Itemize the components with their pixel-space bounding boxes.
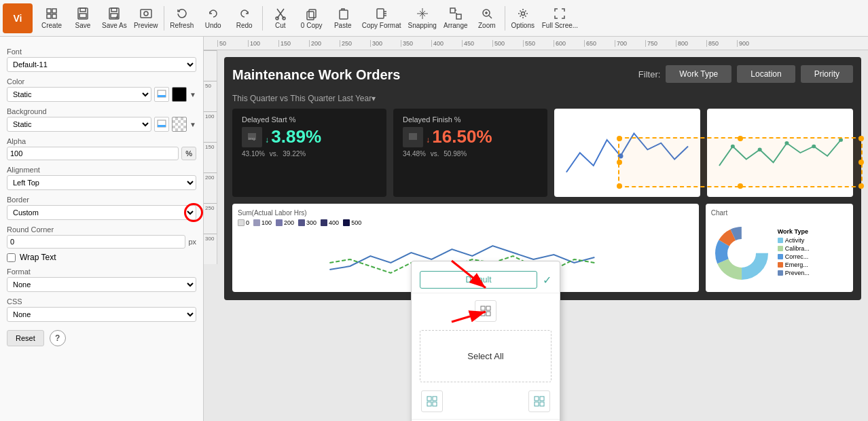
svg-rect-5 bbox=[80, 8, 86, 12]
canvas-content[interactable]: ✛ Maintenance Work Orders Filter: Work T… bbox=[217, 50, 868, 421]
create-button[interactable]: Create bbox=[37, 3, 67, 33]
background-type-select[interactable]: Static bbox=[7, 117, 151, 132]
grid-icon-1[interactable] bbox=[475, 300, 496, 322]
dropdown-header: Default ✓ bbox=[412, 267, 560, 293]
color-swatch[interactable] bbox=[172, 87, 187, 102]
svg-rect-0 bbox=[47, 9, 51, 13]
arrange-button[interactable]: Arrange bbox=[441, 3, 471, 33]
bg-swatch[interactable] bbox=[172, 117, 187, 132]
ruler-left: 50 100 150 200 250 300 bbox=[204, 50, 217, 264]
color-label: Color bbox=[7, 77, 196, 86]
toolbar-divider3 bbox=[505, 6, 505, 31]
svg-rect-17 bbox=[340, 10, 348, 19]
svg-rect-26 bbox=[158, 125, 166, 127]
redo-button[interactable]: Redo bbox=[230, 3, 259, 33]
format-select[interactable]: None bbox=[7, 277, 196, 292]
color-picker-icon[interactable] bbox=[154, 87, 169, 102]
metric-card-1: Delayed Start % img ↓ 3.89% 43.10% bbox=[232, 109, 386, 197]
copy-format-button[interactable]: Copy Format bbox=[359, 3, 404, 33]
ruler-top: 50 100 150 200 250 300 350 400 450 500 5… bbox=[204, 37, 868, 50]
svg-point-41 bbox=[728, 240, 755, 267]
filter-location-btn[interactable]: Location bbox=[737, 65, 795, 83]
save-as-button[interactable]: A Save As bbox=[99, 3, 130, 33]
work-type-label: Work Type bbox=[778, 228, 810, 235]
alignment-row: Left Top bbox=[7, 175, 196, 190]
border-dropdown: Default ✓ Select All bbox=[411, 261, 560, 421]
round-corner-row: px bbox=[7, 235, 196, 249]
metric-value-2: 16.50% bbox=[432, 126, 492, 147]
grid-icon-3[interactable] bbox=[528, 390, 550, 412]
alpha-row: % bbox=[7, 147, 196, 160]
svg-rect-11 bbox=[141, 10, 151, 18]
svg-point-31 bbox=[731, 145, 735, 149]
dropdown-grid-section-top bbox=[412, 296, 560, 326]
round-corner-input[interactable] bbox=[7, 235, 185, 249]
font-label: Font bbox=[7, 48, 196, 56]
bg-picker-icon[interactable] bbox=[154, 117, 169, 132]
svg-rect-43 bbox=[486, 306, 490, 310]
format-row: None bbox=[7, 277, 196, 292]
metric-title-2: Delayed Finish % bbox=[403, 115, 538, 124]
main-area: Font Default-11 Color Static ▼ Backgroun… bbox=[0, 37, 868, 421]
preview-button[interactable]: Preview bbox=[131, 3, 161, 33]
metric-card-2: Delayed Finish % ↓ 16.50% 34.48% bbox=[393, 109, 547, 197]
svg-point-22 bbox=[521, 12, 524, 16]
svg-rect-44 bbox=[481, 312, 485, 316]
help-button[interactable]: ? bbox=[50, 330, 66, 346]
alignment-select[interactable]: Left Top bbox=[7, 175, 196, 190]
undo-button[interactable]: Undo bbox=[198, 3, 228, 33]
donut-svg bbox=[711, 223, 772, 284]
css-select[interactable]: None bbox=[7, 307, 196, 322]
refresh-button[interactable]: Refresh bbox=[167, 3, 197, 33]
alpha-label: Alpha bbox=[7, 137, 196, 145]
font-select[interactable]: Default-11 bbox=[7, 57, 196, 72]
svg-rect-53 bbox=[540, 402, 544, 406]
svg-rect-42 bbox=[481, 306, 485, 310]
metric-trend-1: ↓ bbox=[265, 135, 269, 145]
sum-chart-title: Sum(Actual Labor Hrs) bbox=[238, 209, 693, 217]
svg-rect-29 bbox=[409, 133, 417, 140]
svg-rect-16 bbox=[307, 12, 314, 20]
wrap-text-checkbox[interactable] bbox=[7, 253, 16, 262]
svg-rect-20 bbox=[456, 14, 461, 19]
css-label: CSS bbox=[7, 297, 196, 306]
canvas-area[interactable]: 50 100 150 200 250 300 350 400 450 500 5… bbox=[204, 37, 868, 421]
bg-arrow[interactable]: ▼ bbox=[189, 121, 196, 128]
font-row: Default-11 bbox=[7, 57, 196, 72]
fullscreen-button[interactable]: Full Scree... bbox=[539, 3, 581, 33]
app-logo: Vi bbox=[3, 3, 33, 33]
px-label: px bbox=[188, 238, 196, 246]
svg-rect-47 bbox=[433, 397, 437, 401]
wrap-text-label: Wrap Text bbox=[20, 253, 56, 262]
donut-chart-card: Chart W bbox=[706, 204, 853, 292]
paste-button[interactable]: Paste bbox=[328, 3, 358, 33]
svg-point-35 bbox=[839, 138, 843, 142]
save-button[interactable]: Save bbox=[68, 3, 98, 33]
dashboard-title: Maintenance Work Orders bbox=[232, 67, 400, 83]
svg-rect-52 bbox=[535, 402, 539, 406]
cut-button[interactable]: Cut bbox=[266, 3, 295, 33]
color-type-select[interactable]: Static bbox=[7, 87, 151, 102]
zoom-button[interactable]: Zoom bbox=[472, 3, 502, 33]
date-selector[interactable]: This Quarter vs This Quarter Last Year▾ bbox=[232, 94, 853, 103]
grid-icon-2[interactable] bbox=[421, 390, 443, 412]
border-select[interactable]: Custom bbox=[7, 205, 196, 220]
dropdown-default-btn[interactable]: Default bbox=[420, 271, 537, 289]
snapping-button[interactable]: Snapping bbox=[405, 3, 439, 33]
toolbar-divider bbox=[164, 6, 164, 31]
reset-button[interactable]: Reset bbox=[7, 330, 44, 346]
filter-priority-btn[interactable]: Priority bbox=[801, 65, 853, 83]
copy-button[interactable]: 0 Copy bbox=[297, 3, 327, 33]
alpha-input[interactable] bbox=[7, 147, 179, 160]
select-all-area[interactable]: Select All bbox=[420, 330, 551, 382]
border-label: Border bbox=[7, 196, 196, 204]
svg-rect-1 bbox=[52, 9, 56, 13]
color-arrow[interactable]: ▼ bbox=[189, 91, 196, 98]
filter-row: Filter: Work Type Location Priority bbox=[638, 65, 853, 83]
filter-work-type-btn[interactable]: Work Type bbox=[666, 65, 731, 83]
metric-trend-2: ↓ bbox=[426, 135, 430, 145]
dropdown-grid-section-bottom bbox=[412, 386, 560, 416]
options-button[interactable]: Options bbox=[508, 3, 538, 33]
line-chart-1 bbox=[554, 109, 700, 197]
percent-btn[interactable]: % bbox=[181, 147, 196, 160]
